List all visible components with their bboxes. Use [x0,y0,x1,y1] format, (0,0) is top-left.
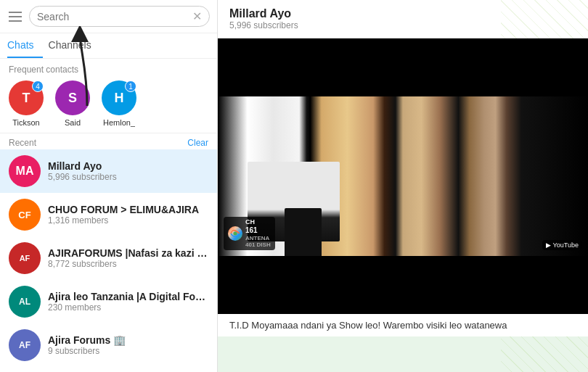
hamburger-menu-icon[interactable] [7,10,23,23]
channel-badge: CH 161 ANTENA 401 DISH [224,217,275,250]
frequent-contacts: T 4 Tickson S Said H 1 Hemlon_ [0,78,217,133]
yt-badge: ▶ YouTube [542,240,582,250]
chat-header-name: Millard Ayo [229,7,576,20]
chat-avatar-chuo-forum: CF [9,199,41,231]
chat-item-ajira-leo[interactable]: AL Ajira leo Tanzania |A Digital Forums … [0,280,217,323]
chat-item-ajira-forums[interactable]: AF Ajira Forums 🏢 9 subscribers [0,323,217,367]
chat-avatar-ajira-leo: AL [9,286,41,318]
chat-list: MA Millard Ayo 5,996 subscribers CF CHUO… [0,149,217,372]
chat-name-ajira-leo: Ajira leo Tanzania |A Digital Forums [48,291,208,302]
search-clear-icon[interactable]: ✕ [192,9,202,23]
badge-hemlon: 1 [125,80,136,92]
video-mid[interactable]: CH 161 ANTENA 401 DISH ▶ YouTube [218,96,588,256]
recent-header: Recent Clear [0,133,217,149]
contact-name-said: Said [65,118,81,127]
video-bot-black [218,256,588,314]
frequent-contact-tickson[interactable]: T 4 Tickson [9,80,44,127]
shoe-left [285,208,322,256]
chat-avatar-ajira-forums: AF [9,329,41,361]
chat-info-ajira-leo: Ajira leo Tanzania |A Digital Forums 230… [48,291,208,313]
chat-avatar-ajiraforums: AF [9,242,41,274]
badge-tickson: 4 [32,80,44,92]
frequent-contact-said[interactable]: S Said [55,80,90,127]
right-panel: Millard Ayo 5,996 subscribers [218,0,588,372]
channel-badge-text: CH 161 ANTENA 401 DISH [245,218,271,249]
clear-button[interactable]: Clear [187,138,208,148]
chat-sub-millard-ayo: 5,996 subscribers [48,172,208,182]
left-panel: ✕ Chats Channels Frequent contacts T 4 T… [0,0,218,372]
chat-item-millard-ayo[interactable]: MA Millard Ayo 5,996 subscribers [0,149,217,193]
recent-label: Recent [9,138,36,148]
tabs-bar: Chats Channels [0,33,217,59]
contact-name-tickson: Tickson [12,118,40,127]
media-area: CH 161 ANTENA 401 DISH ▶ YouTube T.I.D M… [218,38,588,372]
tab-channels[interactable]: Channels [49,33,100,58]
contact-name-hemlon: Hemlon_ [103,118,135,127]
chat-name-millard-ayo: Millard Ayo [48,160,208,172]
avatar-said: S [55,80,90,115]
video-top-black [218,38,588,96]
tab-chats[interactable]: Chats [7,33,43,58]
chat-info-ajira-forums: Ajira Forums 🏢 9 subscribers [48,334,208,356]
chat-info-chuo-forum: CHUO FORUM > ELIMU&AJIRA 1,316 members [48,204,208,226]
frequent-contact-hemlon[interactable]: H 1 Hemlon_ [102,80,136,127]
chat-caption: T.I.D Moyamaaa ndani ya Show leo! Waremb… [218,314,588,336]
search-input[interactable] [37,11,192,22]
channel-badge-right: ▶ YouTube [542,240,582,250]
chat-name-ajiraforums: AJIRAFORUMS |Nafasi za kazi |scholarshi.… [48,247,208,259]
chat-sub-ajira-forums: 9 subscribers [48,346,208,356]
chat-item-ajira-fasta[interactable]: AF AJIRA FASTA FORUM 47 subscribers [0,367,217,372]
channel-logo-icon [228,226,242,241]
frequent-section-label: Frequent contacts [0,59,217,78]
header-bar: ✕ [0,0,217,33]
chat-info-ajiraforums: AJIRAFORUMS |Nafasi za kazi |scholarshi.… [48,247,208,269]
chat-sub-ajira-leo: 230 members [48,302,208,313]
svg-point-1 [234,232,237,236]
chat-name-chuo-forum: CHUO FORUM > ELIMU&AJIRA [48,204,208,215]
chat-info-millard-ayo: Millard Ayo 5,996 subscribers [48,160,208,182]
chat-name-ajira-forums: Ajira Forums 🏢 [48,334,208,346]
chat-avatar-millard-ayo: MA [9,155,41,187]
chat-sub-chuo-forum: 1,316 members [48,215,208,226]
chat-sub-ajiraforums: 8,772 subscribers [48,259,208,269]
search-box: ✕ [29,6,210,27]
chat-item-ajiraforums[interactable]: AF AJIRAFORUMS |Nafasi za kazi |scholars… [0,236,217,280]
chat-item-chuo-forum[interactable]: CF CHUO FORUM > ELIMU&AJIRA 1,316 member… [0,193,217,236]
chat-header-sub: 5,996 subscribers [229,20,576,30]
chat-header: Millard Ayo 5,996 subscribers [218,0,588,38]
